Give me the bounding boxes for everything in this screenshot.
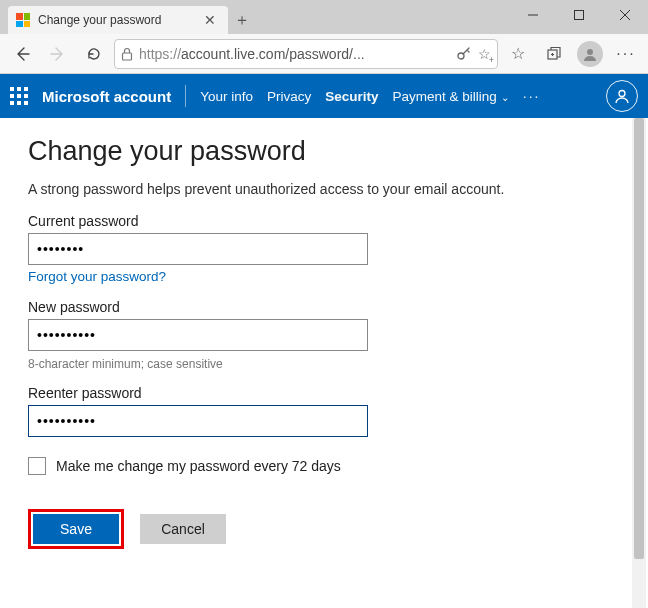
app-navbar: Microsoft account Your info Privacy Secu… bbox=[0, 74, 648, 118]
brand-title[interactable]: Microsoft account bbox=[42, 88, 171, 105]
svg-rect-1 bbox=[575, 11, 584, 20]
minimize-button[interactable] bbox=[510, 0, 556, 30]
profile-button[interactable] bbox=[574, 38, 606, 70]
scrollbar[interactable] bbox=[632, 118, 646, 608]
collections-button[interactable] bbox=[538, 38, 570, 70]
cancel-button[interactable]: Cancel bbox=[140, 514, 226, 544]
close-window-button[interactable] bbox=[602, 0, 648, 30]
svg-point-7 bbox=[587, 49, 593, 55]
save-highlight: Save bbox=[28, 509, 124, 549]
back-button[interactable] bbox=[6, 38, 38, 70]
window-controls bbox=[510, 0, 648, 30]
favorites-button[interactable]: ☆ bbox=[502, 38, 534, 70]
browser-tab[interactable]: Change your password ✕ bbox=[8, 6, 228, 34]
nav-payment[interactable]: Payment & billing⌄ bbox=[393, 89, 509, 104]
nav-security[interactable]: Security bbox=[325, 89, 378, 104]
new-tab-button[interactable]: ＋ bbox=[228, 6, 256, 34]
svg-rect-4 bbox=[123, 53, 132, 60]
new-password-label: New password bbox=[28, 299, 620, 315]
address-bar[interactable]: https://account.live.com/password/... ☆ bbox=[114, 39, 498, 69]
window-titlebar: Change your password ✕ ＋ bbox=[0, 0, 648, 34]
account-icon[interactable] bbox=[606, 80, 638, 112]
scrollbar-thumb[interactable] bbox=[634, 118, 644, 559]
current-password-input[interactable]: •••••••• bbox=[28, 233, 368, 265]
nav-privacy[interactable]: Privacy bbox=[267, 89, 311, 104]
lock-icon bbox=[121, 47, 133, 61]
maximize-button[interactable] bbox=[556, 0, 602, 30]
page-viewport: Change your password A strong password h… bbox=[0, 118, 648, 608]
new-password-input[interactable]: •••••••••• bbox=[28, 319, 368, 351]
refresh-button[interactable] bbox=[78, 38, 110, 70]
page-description: A strong password helps prevent unauthor… bbox=[28, 181, 620, 197]
nav-your-info[interactable]: Your info bbox=[200, 89, 253, 104]
reenter-password-input[interactable]: •••••••••• bbox=[28, 405, 368, 437]
current-password-label: Current password bbox=[28, 213, 620, 229]
browser-toolbar: https://account.live.com/password/... ☆ … bbox=[0, 34, 648, 74]
forward-button[interactable] bbox=[42, 38, 74, 70]
separator bbox=[185, 85, 186, 107]
favorite-icon[interactable]: ☆ bbox=[478, 46, 491, 62]
nav-more[interactable]: ··· bbox=[523, 88, 541, 104]
page-heading: Change your password bbox=[28, 136, 620, 167]
expire-password-checkbox[interactable] bbox=[28, 457, 46, 475]
url-text: https://account.live.com/password/... bbox=[139, 46, 450, 62]
key-icon[interactable] bbox=[456, 46, 472, 62]
svg-point-8 bbox=[619, 91, 625, 97]
microsoft-favicon bbox=[16, 13, 30, 27]
password-hint: 8-character minimum; case sensitive bbox=[28, 357, 620, 371]
chevron-down-icon: ⌄ bbox=[501, 92, 509, 103]
save-button[interactable]: Save bbox=[33, 514, 119, 544]
tab-title: Change your password bbox=[38, 13, 200, 27]
app-launcher-icon[interactable] bbox=[10, 87, 28, 105]
expire-password-label[interactable]: Make me change my password every 72 days bbox=[56, 458, 341, 474]
reenter-password-label: Reenter password bbox=[28, 385, 620, 401]
forgot-password-link[interactable]: Forgot your password? bbox=[28, 269, 166, 284]
close-tab-icon[interactable]: ✕ bbox=[200, 12, 220, 28]
more-menu-button[interactable]: ··· bbox=[610, 38, 642, 70]
